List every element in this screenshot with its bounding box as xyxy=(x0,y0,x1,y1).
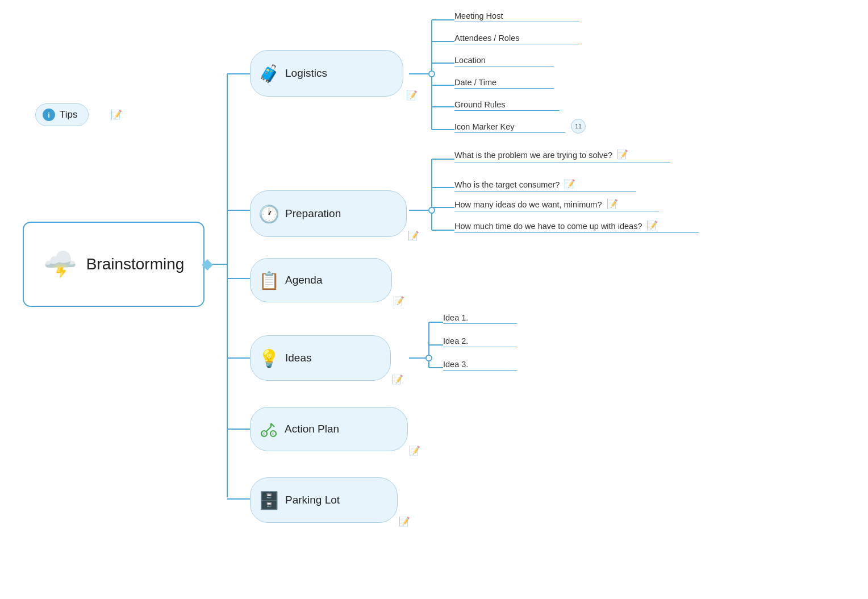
svg-point-27 xyxy=(429,71,435,77)
action-plan-icon: ✕ ✕ xyxy=(258,419,279,439)
leaf-time-edit[interactable]: 📝 xyxy=(646,221,658,230)
leaf-target-edit[interactable]: 📝 xyxy=(564,179,575,189)
svg-line-32 xyxy=(266,427,271,431)
storm-icon: 🌩️ xyxy=(43,248,77,280)
info-icon: i xyxy=(43,109,55,121)
leaf-ground-rules: Ground Rules xyxy=(454,100,560,111)
logistics-icon: 🧳 xyxy=(258,64,279,84)
leaf-attendees: Attendees / Roles xyxy=(454,34,579,44)
leaf-icon-marker-key: Icon Marker Key xyxy=(454,122,565,133)
tips-node[interactable]: i Tips xyxy=(35,103,89,126)
leaf-problem: What is the problem we are trying to sol… xyxy=(454,149,670,163)
parking-lot-edit-icon[interactable]: 📝 xyxy=(399,516,410,527)
preparation-edit-icon[interactable]: 📝 xyxy=(408,230,419,241)
leaf-time-ideas: How much time do we have to come up with… xyxy=(454,221,699,233)
svg-point-28 xyxy=(429,207,435,213)
leaf-ideas-min: How many ideas do we want, minimum? 📝 xyxy=(454,199,659,211)
branch-parking-lot[interactable]: 🗄️ Parking Lot xyxy=(250,477,398,523)
agenda-icon: 📋 xyxy=(258,271,279,290)
leaf-problem-edit[interactable]: 📝 xyxy=(617,149,628,159)
preparation-icon: 🕐 xyxy=(258,204,279,224)
svg-point-29 xyxy=(426,355,432,361)
branch-action-plan[interactable]: ✕ ✕ Action Plan xyxy=(250,407,408,451)
agenda-label: Agenda xyxy=(285,274,323,286)
logistics-edit-icon[interactable]: 📝 xyxy=(406,90,418,101)
action-plan-edit-icon[interactable]: 📝 xyxy=(409,445,420,456)
icon-marker-badge: 11 xyxy=(571,119,586,134)
ideas-icon: 💡 xyxy=(258,348,279,368)
branch-preparation[interactable]: 🕐 Preparation xyxy=(250,190,407,237)
central-node: 🌩️ Brainstorming xyxy=(23,222,205,307)
leaf-idea1: Idea 1. xyxy=(443,313,517,324)
leaf-ideas-min-edit[interactable]: 📝 xyxy=(607,199,618,209)
central-label: Brainstorming xyxy=(86,255,185,273)
tips-label: Tips xyxy=(60,109,78,120)
branch-ideas[interactable]: 💡 Ideas xyxy=(250,335,391,381)
parking-lot-icon: 🗄️ xyxy=(258,490,279,510)
leaf-idea3: Idea 3. xyxy=(443,360,517,371)
leaf-idea2: Idea 2. xyxy=(443,336,517,347)
leaf-location: Location xyxy=(454,56,554,66)
ideas-edit-icon[interactable]: 📝 xyxy=(392,374,403,385)
svg-text:✕: ✕ xyxy=(262,431,266,436)
action-plan-label: Action Plan xyxy=(285,423,339,435)
preparation-label: Preparation xyxy=(285,207,341,220)
agenda-edit-icon[interactable]: 📝 xyxy=(393,296,404,306)
tips-edit-icon[interactable]: 📝 xyxy=(111,109,122,120)
logistics-label: Logistics xyxy=(285,67,327,80)
leaf-meeting-host: Meeting Host xyxy=(454,11,579,22)
leaf-target-consumer: Who is the target consumer? 📝 xyxy=(454,179,636,192)
branch-agenda[interactable]: 📋 Agenda xyxy=(250,258,392,302)
leaf-datetime: Date / Time xyxy=(454,78,554,89)
branch-logistics[interactable]: 🧳 Logistics xyxy=(250,50,403,97)
ideas-label: Ideas xyxy=(285,352,311,364)
parking-lot-label: Parking Lot xyxy=(285,494,340,506)
svg-text:✕: ✕ xyxy=(271,431,275,436)
